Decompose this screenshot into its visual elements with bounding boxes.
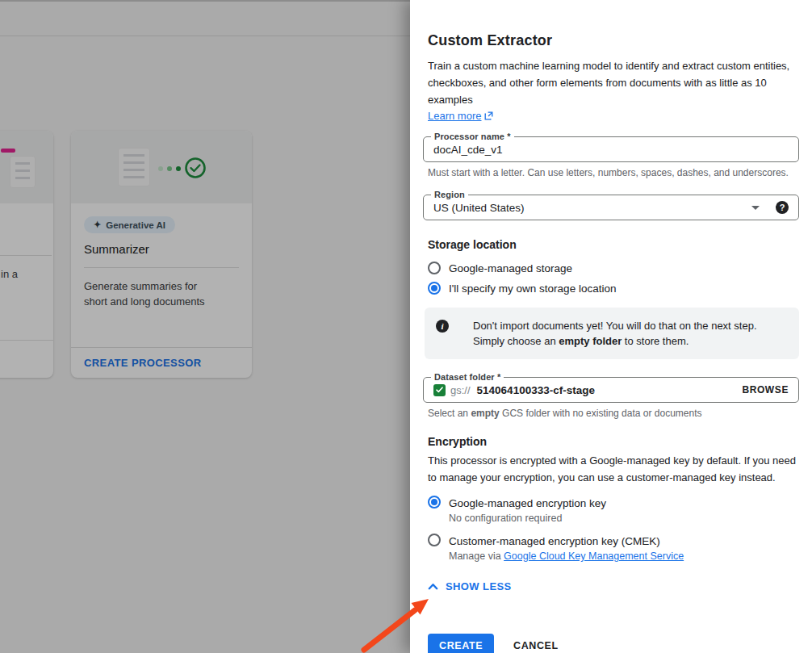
external-link-icon [484, 111, 493, 120]
region-selected-value: US (United States) [433, 202, 751, 214]
radio-label: Customer-managed encryption key (CMEK) [449, 535, 660, 547]
radio-google-managed-key[interactable]: Google-managed encryption key No configu… [428, 496, 799, 524]
dataset-folder-label: Dataset folder * [431, 372, 504, 382]
radio-unselected-icon [428, 262, 441, 274]
custom-extractor-panel: Custom Extractor Train a custom machine … [410, 0, 812, 653]
sub-pre: Manage via [449, 550, 504, 562]
radio-selected-icon [428, 282, 441, 295]
radio-unselected-icon [428, 534, 441, 546]
processor-name-label: Processor name * [431, 132, 514, 141]
cancel-button[interactable]: CANCEL [513, 640, 559, 651]
chevron-down-icon[interactable] [751, 206, 760, 210]
processor-name-input[interactable] [433, 144, 789, 156]
info-text-post: to store them. [622, 335, 689, 347]
radio-own-storage-location[interactable]: I'll specify my own storage location [428, 282, 799, 295]
radio-label: I'll specify my own storage location [449, 282, 616, 295]
radio-sublabel: No configuration required [449, 513, 606, 524]
helper-pre: Select an [428, 408, 471, 419]
dataset-folder-value: 514064100333-cf-stage [477, 384, 743, 396]
show-less-button[interactable]: SHOW LESS [428, 580, 512, 592]
radio-label: Google-managed storage [449, 262, 572, 275]
dataset-folder-field[interactable]: Dataset folder * gs:// 514064100333-cf-s… [423, 377, 799, 403]
encryption-heading: Encryption [428, 435, 799, 448]
panel-intro: Train a custom machine learning model to… [428, 57, 802, 108]
helper-bold: empty [471, 408, 499, 419]
help-icon[interactable]: ? [776, 201, 789, 214]
modal-scrim [0, 0, 410, 653]
helper-post: GCS folder with no existing data or docu… [500, 408, 702, 419]
show-less-label: SHOW LESS [446, 580, 512, 592]
chevron-up-icon [428, 583, 438, 590]
dataset-folder-helper: Select an empty GCS folder with no exist… [428, 408, 799, 419]
processor-name-helper: Must start with a letter. Can use letter… [428, 167, 799, 178]
learn-more-link[interactable]: Learn more [428, 110, 493, 122]
gcs-scheme-prefix: gs:// [450, 384, 471, 396]
action-buttons: CREATE CANCEL [428, 634, 799, 653]
screen: ies in a ✦ Generative [0, 0, 812, 653]
browse-button[interactable]: BROWSE [742, 384, 789, 396]
radio-label: Google-managed encryption key [449, 497, 606, 509]
region-label: Region [431, 190, 468, 199]
processor-name-field[interactable]: Processor name * [423, 136, 799, 162]
panel-title: Custom Extractor [428, 32, 799, 49]
valid-check-icon [433, 384, 446, 396]
kms-link[interactable]: Google Cloud Key Management Service [504, 550, 684, 562]
learn-more-label: Learn more [428, 110, 481, 122]
radio-google-managed-storage[interactable]: Google-managed storage [428, 262, 799, 275]
info-banner: i Don't import documents yet! You will d… [425, 308, 799, 359]
encryption-description: This processor is encrypted with a Googl… [428, 452, 802, 486]
radio-sublabel: Manage via Google Cloud Key Management S… [449, 550, 684, 562]
info-icon: i [436, 320, 449, 333]
radio-cmek-key[interactable]: Customer-managed encryption key (CMEK) M… [428, 534, 799, 562]
storage-location-heading: Storage location [428, 238, 799, 251]
info-banner-text: Don't import documents yet! You will do … [473, 318, 783, 349]
create-button[interactable]: CREATE [428, 634, 494, 653]
info-text-bold: empty folder [559, 335, 622, 347]
radio-selected-icon [428, 496, 441, 509]
region-field[interactable]: Region US (United States) ? [423, 195, 799, 220]
